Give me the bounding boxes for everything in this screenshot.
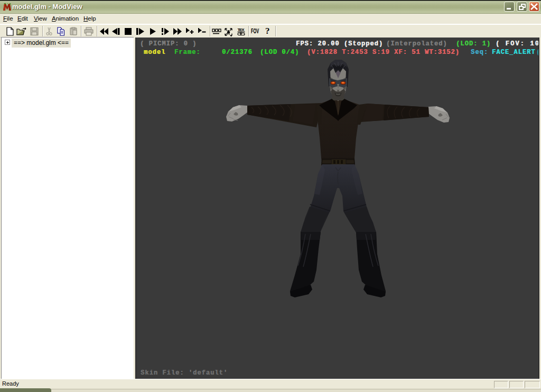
svg-text:TEX: TEX (238, 27, 245, 32)
